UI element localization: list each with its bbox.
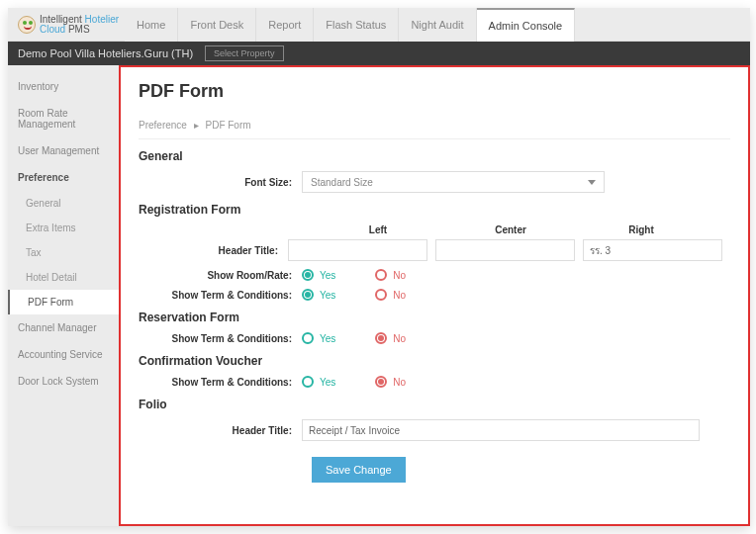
folio-header-title-label: Header Title: (139, 425, 302, 436)
sidebar-item-door-lock-system[interactable]: Door Lock System (8, 368, 119, 395)
col-left: Left (312, 224, 444, 235)
sidebar-item-accounting-service[interactable]: Accounting Service (8, 341, 119, 368)
sidebar-item-channel-manager[interactable]: Channel Manager (8, 314, 119, 341)
col-right: Right (577, 224, 706, 235)
res-terms-yes[interactable]: Yes (302, 332, 335, 344)
room-rate-no[interactable]: No (375, 269, 406, 281)
logo-icon (18, 16, 36, 34)
reg-header-right-input[interactable] (583, 239, 722, 261)
main-content: PDF Form Preference ▸ PDF Form General F… (119, 65, 750, 526)
room-rate-yes[interactable]: Yes (302, 269, 335, 281)
nav-admin-console[interactable]: Admin Console (477, 8, 576, 42)
col-center: Center (444, 224, 577, 235)
res-terms-label: Show Term & Conditions: (139, 333, 302, 344)
res-terms-no[interactable]: No (375, 332, 406, 344)
nav-front-desk[interactable]: Front Desk (178, 8, 256, 42)
conf-terms-no[interactable]: No (375, 376, 406, 388)
reg-terms-yes[interactable]: Yes (302, 289, 335, 301)
property-bar: Demo Pool Villa Hoteliers.Guru (TH) Sele… (8, 42, 750, 65)
page-title: PDF Form (139, 81, 730, 102)
header-columns: Left Center Right (139, 224, 730, 235)
sidebar-item-room-rate-management[interactable]: Room Rate Management (8, 100, 119, 137)
reg-header-left-input[interactable] (288, 239, 427, 261)
logo-text: Intelligent Hotelier Cloud PMS (40, 15, 119, 35)
nav-home[interactable]: Home (125, 8, 178, 42)
nav-report[interactable]: Report (256, 8, 314, 42)
show-room-rate-label: Show Room/Rate: (139, 270, 302, 281)
section-general: General (139, 149, 730, 163)
nav-night-audit[interactable]: Night Audit (399, 8, 476, 42)
reg-header-center-input[interactable] (435, 239, 575, 261)
chevron-down-icon (588, 180, 596, 185)
sidebar-sub-hotel-detail[interactable]: Hotel Detail (8, 265, 119, 290)
crumb-sep: ▸ (194, 120, 199, 131)
radio-icon (375, 269, 387, 281)
select-property-button[interactable]: Select Property (205, 45, 284, 61)
sidebar-sub-general[interactable]: General (8, 191, 119, 216)
sidebar-sub-pdf-form[interactable]: PDF Form (8, 290, 119, 314)
conf-terms-yes[interactable]: Yes (302, 376, 335, 388)
radio-icon (375, 289, 387, 301)
section-folio: Folio (139, 398, 730, 411)
nav-flash-status[interactable]: Flash Status (314, 8, 399, 42)
radio-icon (302, 376, 314, 388)
reg-header-title-label: Header Title: (139, 245, 288, 256)
radio-icon (302, 289, 314, 301)
crumb-root[interactable]: Preference (139, 120, 187, 131)
font-size-value: Standard Size (311, 177, 373, 188)
main-nav: HomeFront DeskReportFlash StatusNight Au… (125, 8, 575, 42)
radio-icon (302, 332, 314, 344)
folio-header-input[interactable] (302, 419, 700, 441)
font-size-label: Font Size: (139, 177, 302, 188)
sidebar-item-user-management[interactable]: User Management (8, 137, 119, 164)
sidebar-item-preference[interactable]: Preference (8, 164, 119, 191)
conf-terms-label: Show Term & Conditions: (139, 377, 302, 388)
section-registration: Registration Form (139, 203, 730, 217)
sidebar: InventoryRoom Rate ManagementUser Manage… (8, 65, 119, 526)
crumb-leaf: PDF Form (205, 120, 250, 131)
radio-icon (375, 332, 387, 344)
breadcrumb: Preference ▸ PDF Form (139, 112, 730, 139)
topbar: Intelligent Hotelier Cloud PMS HomeFront… (8, 8, 750, 42)
reg-terms-no[interactable]: No (375, 289, 406, 301)
section-reservation: Reservation Form (139, 311, 730, 324)
save-button[interactable]: Save Change (312, 457, 406, 483)
logo: Intelligent Hotelier Cloud PMS (8, 15, 125, 35)
property-name: Demo Pool Villa Hoteliers.Guru (TH) (18, 47, 193, 59)
section-confirmation: Confirmation Voucher (139, 354, 730, 368)
radio-icon (302, 269, 314, 281)
font-size-select[interactable]: Standard Size (302, 171, 605, 193)
sidebar-item-inventory[interactable]: Inventory (8, 73, 119, 100)
reg-terms-label: Show Term & Conditions: (139, 290, 302, 301)
radio-icon (375, 376, 387, 388)
sidebar-sub-extra-items[interactable]: Extra Items (8, 216, 119, 240)
sidebar-sub-tax[interactable]: Tax (8, 240, 119, 265)
